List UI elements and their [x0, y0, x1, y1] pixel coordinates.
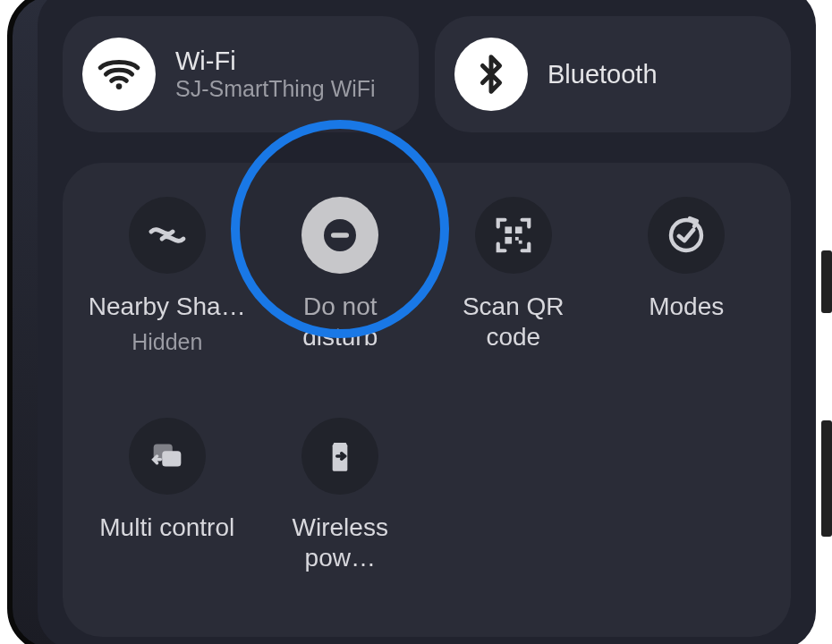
- wifi-subtitle: SJ-SmartThing WiFi: [175, 76, 376, 102]
- bluetooth-tile[interactable]: Bluetooth: [435, 16, 791, 132]
- bluetooth-icon: [454, 38, 528, 111]
- nearby-share-sub: Hidden: [132, 329, 202, 355]
- bluetooth-title: Bluetooth: [548, 60, 658, 89]
- quick-settings-screen: Wi-Fi SJ-SmartThing WiFi Bluetooth: [38, 0, 816, 644]
- phone-side-button: [821, 420, 832, 537]
- svg-rect-5: [505, 237, 512, 244]
- svg-rect-2: [331, 233, 349, 238]
- nearby-share-icon: [129, 197, 206, 274]
- svg-point-0: [116, 83, 123, 89]
- multi-control-icon: [129, 418, 206, 495]
- multi-control-tile[interactable]: Multi control: [81, 418, 254, 603]
- wireless-power-label: Wireless pow…: [254, 513, 428, 572]
- modes-icon: [648, 197, 725, 274]
- modes-label: Modes: [649, 292, 724, 322]
- phone-frame: Wi-Fi SJ-SmartThing WiFi Bluetooth: [7, 0, 812, 644]
- dnd-label: Do not disturb: [302, 292, 378, 352]
- bluetooth-text: Bluetooth: [548, 60, 658, 89]
- quick-settings-top-row: Wi-Fi SJ-SmartThing WiFi Bluetooth: [63, 16, 791, 132]
- wireless-power-tile[interactable]: Wireless pow…: [254, 418, 428, 603]
- scan-qr-label: Scan QR code: [463, 292, 565, 352]
- qr-code-icon: [475, 197, 552, 274]
- svg-rect-7: [519, 241, 522, 244]
- scan-qr-tile[interactable]: Scan QR code: [427, 197, 600, 382]
- wifi-title: Wi-Fi: [175, 47, 376, 76]
- phone-side-button: [821, 250, 832, 313]
- modes-tile[interactable]: Modes: [600, 197, 774, 382]
- dnd-icon: [301, 197, 378, 274]
- svg-rect-6: [515, 237, 519, 241]
- wifi-text: Wi-Fi SJ-SmartThing WiFi: [175, 47, 376, 102]
- quick-settings-grid: Nearby Sha… Hidden Do not disturb: [63, 163, 791, 637]
- multi-control-label: Multi control: [99, 513, 234, 543]
- nearby-share-label: Nearby Sha…: [89, 292, 246, 322]
- wireless-power-icon: [301, 418, 378, 495]
- wifi-tile[interactable]: Wi-Fi SJ-SmartThing WiFi: [63, 16, 419, 132]
- wifi-icon: [82, 38, 156, 111]
- do-not-disturb-tile[interactable]: Do not disturb: [254, 197, 428, 382]
- svg-rect-3: [505, 226, 512, 233]
- svg-rect-4: [515, 226, 522, 233]
- nearby-share-tile[interactable]: Nearby Sha… Hidden: [81, 197, 254, 382]
